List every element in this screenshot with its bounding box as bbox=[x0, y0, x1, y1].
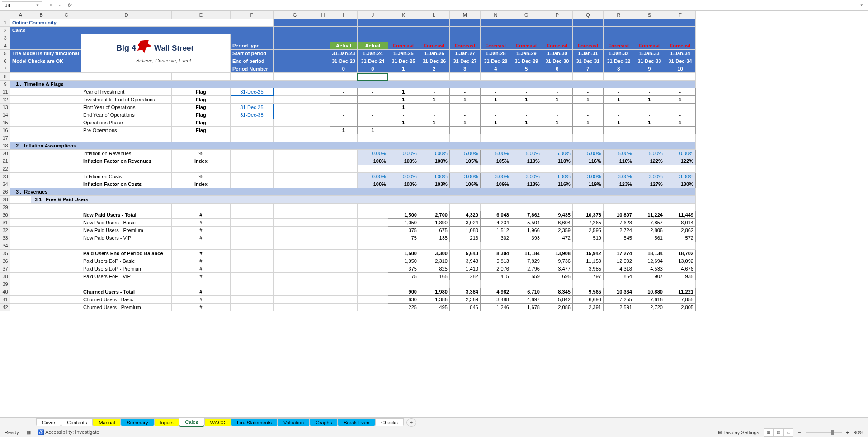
pct-cell[interactable]: 3.00% bbox=[419, 173, 449, 180]
row-header-21[interactable]: 21 bbox=[0, 157, 10, 165]
flag-cell[interactable]: 1 bbox=[388, 88, 419, 96]
row-header-22[interactable]: 22 bbox=[0, 165, 10, 173]
flag-cell[interactable]: - bbox=[330, 104, 357, 111]
num-cell[interactable]: 2,086 bbox=[542, 304, 572, 311]
row-header-37[interactable]: 37 bbox=[0, 265, 10, 273]
formula-input[interactable] bbox=[78, 1, 859, 10]
flag-cell[interactable]: - bbox=[449, 88, 480, 96]
pct-cell[interactable]: 3.00% bbox=[634, 173, 665, 180]
flag-cell[interactable]: - bbox=[634, 104, 665, 111]
num-cell[interactable]: 4,320 bbox=[449, 211, 480, 219]
pct-cell[interactable]: 105% bbox=[480, 157, 511, 165]
num-cell[interactable]: 2,805 bbox=[665, 304, 695, 311]
pct-cell[interactable]: 3.00% bbox=[665, 173, 695, 180]
flag-cell[interactable]: - bbox=[542, 111, 572, 119]
num-cell[interactable]: 18,702 bbox=[665, 250, 695, 257]
row-header-18[interactable]: 18 bbox=[0, 142, 10, 150]
num-cell[interactable]: 15,942 bbox=[572, 250, 603, 257]
sheet-tab-manual[interactable]: Manual bbox=[93, 418, 121, 426]
num-cell[interactable]: 7,628 bbox=[603, 219, 634, 227]
flag-cell[interactable]: - bbox=[480, 104, 511, 111]
row-header-34[interactable]: 34 bbox=[0, 242, 10, 250]
col-header-A[interactable]: A bbox=[10, 11, 31, 19]
pct-cell[interactable]: 5.00% bbox=[480, 150, 511, 157]
row-header-40[interactable]: 40 bbox=[0, 288, 10, 296]
pct-cell[interactable]: 105% bbox=[449, 157, 480, 165]
pct-cell[interactable]: 130% bbox=[665, 180, 695, 188]
col-header-L[interactable]: L bbox=[419, 11, 449, 19]
row-header-11[interactable]: 11 bbox=[0, 88, 10, 96]
col-header-C[interactable]: C bbox=[52, 11, 81, 19]
flag-cell[interactable]: 1 bbox=[388, 96, 419, 104]
pct-cell[interactable]: 5.00% bbox=[511, 150, 542, 157]
flag-cell[interactable]: - bbox=[480, 127, 511, 134]
date-input[interactable]: 31-Dec-38 bbox=[230, 111, 273, 119]
flag-cell[interactable]: - bbox=[572, 127, 603, 134]
col-header-Q[interactable]: Q bbox=[572, 11, 603, 19]
flag-cell[interactable]: 1 bbox=[665, 119, 695, 127]
num-cell[interactable]: 1,890 bbox=[419, 219, 449, 227]
num-cell[interactable]: 7,857 bbox=[634, 219, 665, 227]
pct-cell[interactable]: 119% bbox=[572, 180, 603, 188]
flag-cell[interactable]: 1 bbox=[542, 96, 572, 104]
num-cell[interactable]: 9,565 bbox=[572, 288, 603, 296]
flag-cell[interactable]: - bbox=[480, 88, 511, 96]
flag-cell[interactable]: 1 bbox=[357, 127, 388, 134]
sheet-tab-calcs[interactable]: Calcs bbox=[179, 418, 204, 427]
num-cell[interactable]: 393 bbox=[511, 234, 542, 242]
num-cell[interactable]: 1,050 bbox=[388, 219, 419, 227]
num-cell[interactable]: 2,806 bbox=[634, 227, 665, 234]
row-header-4[interactable]: 4 bbox=[0, 42, 10, 50]
num-cell[interactable]: 12,694 bbox=[634, 257, 665, 265]
sheet-tab-fin-statements[interactable]: Fin. Statements bbox=[231, 418, 278, 426]
num-cell[interactable]: 2,720 bbox=[634, 304, 665, 311]
row-header-14[interactable]: 14 bbox=[0, 111, 10, 119]
flag-cell[interactable]: - bbox=[542, 127, 572, 134]
display-settings[interactable]: 🖥 Display Settings bbox=[717, 430, 759, 435]
view-normal-icon[interactable]: ▦ bbox=[764, 428, 774, 437]
pct-cell[interactable]: 5.00% bbox=[449, 150, 480, 157]
num-cell[interactable]: 3,488 bbox=[480, 296, 511, 304]
num-cell[interactable]: 12,092 bbox=[603, 257, 634, 265]
col-header-M[interactable]: M bbox=[449, 11, 480, 19]
row-header-26[interactable]: 26 bbox=[0, 188, 10, 196]
num-cell[interactable]: 7,265 bbox=[572, 219, 603, 227]
num-cell[interactable]: 4,234 bbox=[480, 219, 511, 227]
flag-cell[interactable]: - bbox=[572, 104, 603, 111]
num-cell[interactable]: 1,980 bbox=[419, 288, 449, 296]
num-cell[interactable]: 11,221 bbox=[665, 288, 695, 296]
flag-cell[interactable]: 1 bbox=[572, 119, 603, 127]
num-cell[interactable]: 10,364 bbox=[603, 288, 634, 296]
flag-cell[interactable]: - bbox=[634, 127, 665, 134]
num-cell[interactable]: 3,477 bbox=[542, 265, 572, 273]
flag-cell[interactable]: - bbox=[330, 119, 357, 127]
row-header-8[interactable]: 8 bbox=[0, 73, 10, 81]
flag-cell[interactable]: - bbox=[634, 88, 665, 96]
num-cell[interactable]: 8,014 bbox=[665, 219, 695, 227]
accessibility-status[interactable]: ♿ Accessibility: Investigate bbox=[38, 429, 99, 435]
cell-J8[interactable] bbox=[357, 73, 388, 81]
flag-cell[interactable]: - bbox=[511, 104, 542, 111]
pct-cell[interactable]: 3.00% bbox=[603, 173, 634, 180]
flag-cell[interactable]: - bbox=[665, 127, 695, 134]
num-cell[interactable]: 4,318 bbox=[603, 265, 634, 273]
sheet-tab-contents[interactable]: Contents bbox=[61, 418, 93, 426]
sheet-tab-wacc[interactable]: WACC bbox=[204, 418, 231, 426]
row-header-6[interactable]: 6 bbox=[0, 57, 10, 65]
num-cell[interactable]: 10,897 bbox=[603, 211, 634, 219]
flag-cell[interactable]: - bbox=[603, 104, 634, 111]
num-cell[interactable]: 900 bbox=[388, 288, 419, 296]
row-header-30[interactable]: 30 bbox=[0, 211, 10, 219]
col-header-P[interactable]: P bbox=[542, 11, 572, 19]
flag-cell[interactable]: 1 bbox=[634, 119, 665, 127]
row-header-33[interactable]: 33 bbox=[0, 234, 10, 242]
num-cell[interactable]: 3,948 bbox=[449, 257, 480, 265]
num-cell[interactable]: 17,274 bbox=[603, 250, 634, 257]
num-cell[interactable]: 1,080 bbox=[449, 227, 480, 234]
num-cell[interactable]: 907 bbox=[634, 273, 665, 280]
num-cell[interactable]: 375 bbox=[388, 265, 419, 273]
flag-cell[interactable]: - bbox=[388, 127, 419, 134]
row-header-41[interactable]: 41 bbox=[0, 296, 10, 304]
num-cell[interactable]: 846 bbox=[449, 304, 480, 311]
pct-cell[interactable]: 5.00% bbox=[542, 150, 572, 157]
